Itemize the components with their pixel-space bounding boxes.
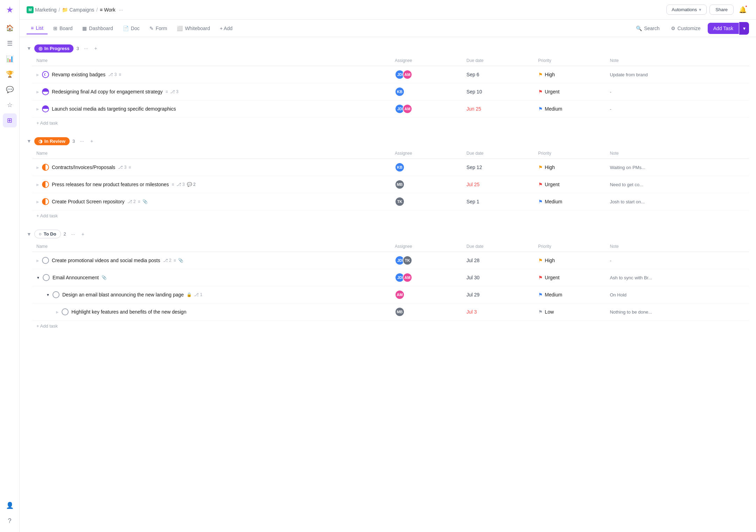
table-row[interactable]: ▼ Email Announcement 📎 (32, 269, 749, 286)
expand-2[interactable]: ▶ (36, 90, 39, 94)
avatar-5-1: MB (395, 180, 405, 189)
priority-10: ⚑ Low (538, 309, 602, 315)
add-task-dropdown[interactable]: ▾ (739, 22, 749, 35)
nav-tab-actions: 🔍 Search ⚙ Customize Add Task ▾ (632, 22, 749, 35)
collapse-in-review[interactable]: ▼ (27, 138, 31, 144)
customize-button[interactable]: ⚙ Customize (667, 23, 705, 33)
board-icon: ⊞ (53, 26, 57, 31)
assignee-cell-4: KB (391, 159, 462, 176)
attach-icon-8: 📎 (102, 275, 107, 280)
add-task-row-td[interactable]: + Add task (32, 321, 749, 332)
tab-add[interactable]: + Add (216, 23, 237, 34)
notification-button[interactable]: 🔔 (736, 4, 749, 16)
note-8: Ash to sync with Br... (610, 275, 652, 280)
expand-3[interactable]: ▶ (36, 107, 39, 111)
assignee-cell-10: MB (391, 303, 462, 321)
note-2: - (610, 89, 611, 94)
avatar-7-2: TK (402, 255, 412, 265)
table-row[interactable]: ▶ Highlight key features and benefits of… (32, 303, 749, 321)
expand-5[interactable]: ▶ (36, 183, 39, 187)
chart-icon[interactable]: 📊 (3, 52, 17, 66)
table-row[interactable]: ▶ Contracts/Invoices/Proposals ⎇ 3 ≡ (32, 159, 749, 176)
add-task-label-ir[interactable]: + Add task (32, 210, 749, 222)
tab-dashboard[interactable]: ▦ Dashboard (78, 23, 117, 34)
table-row[interactable]: ▶ Launch social media ads targeting spec… (32, 100, 749, 118)
badge-todo[interactable]: ○ To Do (34, 230, 61, 238)
todo-add[interactable]: + (79, 230, 87, 238)
user-plus-icon[interactable]: 👤 (3, 498, 17, 512)
automations-button[interactable]: Automations ▾ (666, 5, 707, 15)
badge-in-progress[interactable]: ◎ In Progress (34, 44, 74, 52)
expand-10[interactable]: ▶ (56, 310, 59, 314)
table-row[interactable]: ▶ Revamp existing badges ⎇ 3 ≡ (32, 66, 749, 83)
table-row[interactable]: ▶ Redesigning final Ad copy for engageme… (32, 83, 749, 100)
in-progress-add[interactable]: + (92, 44, 100, 52)
tab-doc[interactable]: 📄 Doc (119, 23, 144, 34)
todo-more[interactable]: ··· (69, 230, 77, 238)
home-icon[interactable]: 🏠 (3, 21, 17, 35)
group-in-review: ▼ ◑ In Review 3 ··· + Name Assignee (27, 137, 749, 221)
expand-7[interactable]: ▶ (36, 259, 39, 262)
add-task-row-ip[interactable]: + Add task (32, 118, 749, 129)
help-icon[interactable]: ? (3, 514, 17, 528)
add-task-label-ip[interactable]: + Add task (32, 118, 749, 129)
note-7: - (610, 258, 611, 263)
breadcrumb-campaigns[interactable]: 📁 Campaigns (62, 7, 94, 13)
breadcrumb-marketing[interactable]: M Marketing (27, 6, 56, 13)
tab-whiteboard[interactable]: ⬜ Whiteboard (173, 23, 214, 34)
due-date-1: Sep 6 (467, 72, 479, 77)
breadcrumb: M Marketing / 📁 Campaigns / ≡ Work ··· (27, 6, 664, 13)
todo-header-row: Name Assignee Due date Priority Note (32, 241, 749, 252)
table-row[interactable]: ▶ Create promotional videos and social m… (32, 252, 749, 269)
in-review-add[interactable]: + (88, 137, 96, 145)
breadcrumb-work[interactable]: ≡ Work (100, 7, 115, 13)
priority-2: ⚑ Urgent (538, 89, 602, 94)
grid-icon[interactable]: ⊞ (3, 113, 17, 127)
lock-icon-9: 🔒 (187, 292, 192, 297)
expand-1[interactable]: ▶ (36, 73, 39, 77)
tab-list[interactable]: ≡ List (27, 22, 48, 34)
task-name-3: Launch social media ads targeting specif… (52, 106, 176, 112)
table-row[interactable]: ▶ Create Product Screen repository ⎇ 2 ≡… (32, 193, 749, 210)
badge-in-review[interactable]: ◑ In Review (34, 137, 70, 145)
svg-point-0 (44, 74, 47, 76)
collapse-todo[interactable]: ▼ (27, 231, 31, 237)
todo-icon: ○ (39, 231, 42, 237)
doc-tab-icon: 📄 (123, 26, 129, 31)
chat-icon[interactable]: 💬 (3, 83, 17, 97)
more-options[interactable]: ··· (119, 7, 123, 13)
table-row[interactable]: ▶ Press releases for new product feature… (32, 176, 749, 193)
share-button[interactable]: Share (709, 5, 734, 15)
tab-board[interactable]: ⊞ Board (49, 23, 77, 34)
search-button[interactable]: 🔍 Search (632, 23, 664, 33)
expand-6[interactable]: ▶ (36, 200, 39, 204)
due-cell-9: Jul 29 (462, 286, 534, 303)
note-3: - (610, 106, 611, 112)
add-task-button[interactable]: Add Task (708, 23, 739, 34)
task-name-cell-9: ▼ Design an email blast announcing the n… (32, 286, 391, 303)
subtask-icon-1: ⎇ 3 (108, 72, 117, 77)
task-name-cell-3: ▶ Launch social media ads targeting spec… (32, 100, 391, 118)
flag-icon-6: ⚑ (538, 199, 543, 204)
table-row[interactable]: ▼ Design an email blast announcing the n… (32, 286, 749, 303)
collapse-in-progress[interactable]: ▼ (27, 46, 31, 51)
star-icon[interactable]: ☆ (3, 98, 17, 112)
expand-9[interactable]: ▼ (46, 293, 50, 297)
doc-icon[interactable]: ☰ (3, 36, 17, 50)
trophy-icon[interactable]: 🏆 (3, 67, 17, 81)
avatar-8-2: AM (402, 273, 412, 282)
tab-form[interactable]: ✎ Form (145, 23, 172, 34)
in-review-more[interactable]: ··· (78, 137, 86, 145)
search-label: Search (644, 26, 659, 31)
add-task-label-td[interactable]: + Add task (32, 321, 749, 332)
note-9: On Hold (610, 292, 626, 298)
flag-icon-5: ⚑ (538, 182, 543, 187)
col-note-ip: Note (606, 55, 749, 66)
status-icon-2 (42, 88, 49, 95)
assignee-cell-7: JD TK (391, 252, 462, 269)
in-progress-more[interactable]: ··· (82, 44, 90, 52)
expand-4[interactable]: ▶ (36, 166, 39, 169)
add-task-row-ir[interactable]: + Add task (32, 210, 749, 222)
expand-8[interactable]: ▼ (36, 276, 40, 280)
task-name-9: Design an email blast announcing the new… (62, 292, 184, 298)
